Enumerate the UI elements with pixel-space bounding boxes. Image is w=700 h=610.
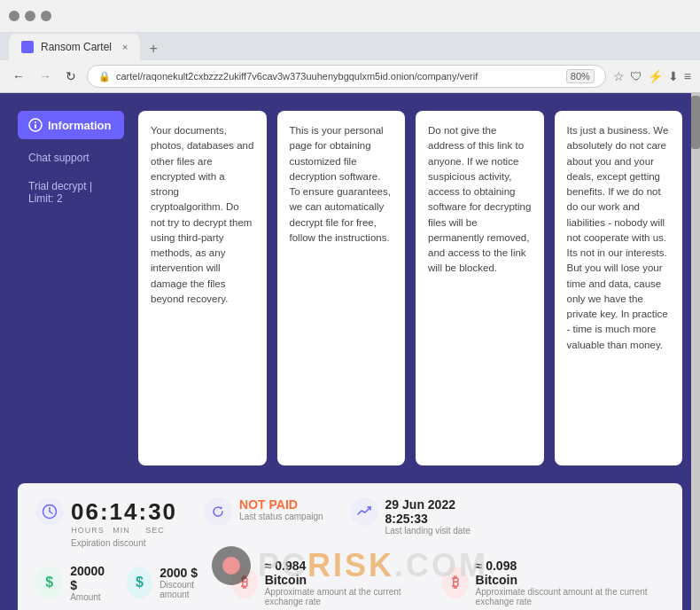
- shield-icon[interactable]: 🛡: [630, 69, 642, 83]
- amount-item-2: $ 2000 $ Discount amount: [127, 559, 214, 606]
- refresh-button[interactable]: ↻: [62, 67, 80, 85]
- amount-icon-1: $: [35, 567, 63, 598]
- amount-icon-2: $: [127, 567, 152, 598]
- card-4: Its just a business. We absolutely do no…: [555, 111, 683, 465]
- forward-button[interactable]: →: [35, 67, 55, 85]
- amount-label-3: Approximate amount at the current exchan…: [265, 587, 424, 606]
- maximize-button[interactable]: [25, 11, 35, 21]
- sec-label: SEC: [138, 526, 172, 535]
- cards-area: Your documents, photos, databases and ot…: [138, 111, 682, 465]
- clock-icon: [35, 497, 64, 526]
- timer-value: 06:14:30: [71, 498, 177, 526]
- svg-line-5: [50, 512, 52, 513]
- tab-close-button[interactable]: ×: [122, 42, 128, 52]
- extension-icon[interactable]: ⚡: [648, 69, 663, 83]
- timer-display: 06:14:30: [35, 497, 177, 526]
- window-controls: [9, 11, 51, 21]
- timer-labels: HOURS MIN SEC: [71, 526, 177, 535]
- wifi-icon: [28, 118, 43, 132]
- amount-label-1: Amount: [70, 592, 109, 602]
- url-input[interactable]: 🔒 cartel/raqonekult2cxbzzz2ukiff7v6cav3w…: [87, 65, 606, 88]
- tab-title: Ransom Cartel: [41, 41, 112, 53]
- chat-label: Chat support: [28, 152, 89, 164]
- date-time: 8:25:33: [385, 512, 471, 526]
- url-text: cartel/raqonekult2cxbzzz2ukiff7v6cav3w37…: [116, 71, 561, 82]
- svg-rect-2: [35, 124, 36, 129]
- zoom-level: 80%: [566, 69, 595, 83]
- date-info: 29 Jun 2022 8:25:33 Last landing visit d…: [385, 497, 471, 536]
- trial-label: Trial decrypt | Limit: 2: [28, 180, 92, 205]
- date-sub: Last landing visit date: [385, 526, 471, 536]
- trending-icon: [350, 497, 378, 526]
- amount-value-3: ≈ 0.984: [265, 559, 424, 573]
- address-bar-icons: ☆ 🛡 ⚡ ⬇ ≡: [613, 69, 691, 83]
- amount-item-4: ₿ ≈ 0.098 Bitcoin Approximate discount a…: [442, 559, 665, 606]
- amount-value-3b: Bitcoin: [265, 573, 424, 587]
- new-tab-button[interactable]: +: [140, 37, 166, 60]
- amount-item-3: ₿ ≈ 0.984 Bitcoin Approximate amount at …: [231, 559, 424, 606]
- amount-value-1: 20000 $: [70, 564, 109, 592]
- date-section: 29 Jun 2022 8:25:33 Last landing visit d…: [350, 497, 471, 536]
- card-3: Do not give the address of this link to …: [416, 111, 544, 465]
- card-3-text: Do not give the address of this link to …: [428, 125, 531, 273]
- amount-info-1: 20000 $ Amount: [70, 564, 109, 602]
- sidebar-item-trial[interactable]: Trial decrypt | Limit: 2: [18, 176, 124, 208]
- address-bar: ← → ↻ 🔒 cartel/raqonekult2cxbzzz2ukiff7v…: [0, 60, 700, 92]
- status-section: NOT PAID Last status campaign: [204, 497, 323, 526]
- card-1: Your documents, photos, databases and ot…: [138, 111, 267, 465]
- card-4-text: Its just a business. We absolutely do no…: [567, 125, 669, 350]
- status-badge: NOT PAID: [239, 497, 323, 512]
- bottom-top-row: 06:14:30 HOURS MIN SEC Expiration discou…: [35, 497, 665, 548]
- main-layout: Information Chat support Trial decrypt |…: [0, 93, 700, 483]
- page-content: Information Chat support Trial decrypt |…: [0, 93, 700, 610]
- tab-bar: Ransom Cartel × +: [0, 32, 700, 60]
- timer-section: 06:14:30 HOURS MIN SEC Expiration discou…: [35, 497, 177, 548]
- menu-icon[interactable]: ≡: [684, 69, 691, 83]
- amount-value-2: 2000 $: [159, 566, 214, 580]
- svg-point-1: [35, 121, 36, 123]
- amount-info-2: 2000 $ Discount amount: [159, 566, 214, 599]
- card-2: This is your personal page for obtaining…: [277, 111, 406, 465]
- amount-label-4: Approximate discount amount at the curre…: [476, 587, 665, 606]
- min-label: MIN: [105, 526, 138, 535]
- amount-icon-3: ₿: [231, 567, 258, 598]
- scrollbar-thumb[interactable]: [691, 96, 700, 149]
- amount-icon-4: ₿: [442, 567, 469, 598]
- status-sub: Last status campaign: [239, 512, 323, 521]
- sidebar-item-chat[interactable]: Chat support: [18, 148, 124, 168]
- refresh-icon: [204, 497, 232, 526]
- star-icon[interactable]: ☆: [613, 69, 625, 83]
- amount-value-4: ≈ 0.098: [476, 559, 665, 573]
- scrollbar-track[interactable]: [691, 92, 700, 610]
- back-button[interactable]: ←: [9, 67, 28, 85]
- tab-favicon: [21, 41, 34, 53]
- bottom-panel: 06:14:30 HOURS MIN SEC Expiration discou…: [18, 483, 682, 610]
- minimize-button[interactable]: [9, 11, 19, 21]
- title-bar: [0, 0, 700, 32]
- sidebar-information-label: Information: [48, 119, 112, 132]
- amount-item-1: $ 20000 $ Amount: [35, 559, 109, 606]
- date-value: 29 Jun 2022: [385, 497, 471, 512]
- download-icon[interactable]: ⬇: [668, 69, 679, 83]
- browser-chrome: Ransom Cartel × + ← → ↻ 🔒 cartel/raqonek…: [0, 0, 700, 93]
- amounts-row: $ 20000 $ Amount $ 2000 $ Discount amoun…: [35, 559, 665, 606]
- status-info: NOT PAID Last status campaign: [239, 497, 323, 521]
- card-1-text: Your documents, photos, databases and ot…: [151, 125, 253, 304]
- sidebar-item-information[interactable]: Information: [18, 111, 124, 139]
- card-2-text: This is your personal page for obtaining…: [290, 125, 391, 243]
- amount-info-3: ≈ 0.984 Bitcoin Approximate amount at th…: [265, 559, 424, 606]
- timer-sub: Expiration discount: [71, 538, 177, 548]
- amount-value-4b: Bitcoin: [476, 573, 665, 587]
- amount-info-4: ≈ 0.098 Bitcoin Approximate discount amo…: [476, 559, 665, 606]
- active-tab[interactable]: Ransom Cartel ×: [9, 34, 140, 60]
- close-button[interactable]: [41, 11, 51, 21]
- amount-label-2: Discount amount: [159, 580, 214, 599]
- hours-label: HOURS: [71, 526, 105, 535]
- lock-icon: 🔒: [98, 71, 111, 82]
- sidebar: Information Chat support Trial decrypt |…: [18, 111, 124, 465]
